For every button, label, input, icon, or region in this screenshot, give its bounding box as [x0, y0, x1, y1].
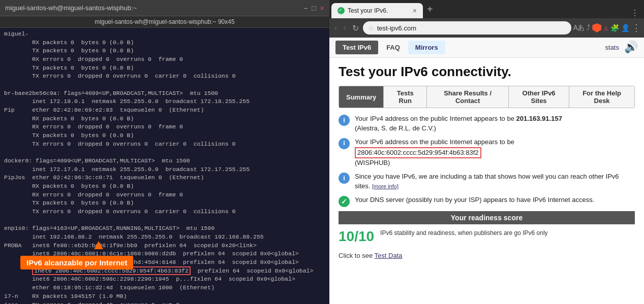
more-info-link[interactable]: [more info]: [372, 183, 398, 189]
readiness-section: Your readiness score 10/10 IPv6 stabilit…: [339, 211, 635, 249]
dns-info-text: Your DNS server (possibly run by your IS…: [355, 195, 594, 205]
terminal-panel: miguel-santos-wh@miguel-santos-wisphub:~…: [0, 0, 329, 304]
browser-panel: Test your IPv6. × + ⋮ ‹ › ↻ ☆ test-ipv6.…: [329, 0, 644, 304]
ipv6-annotation-label: IPv6 alcanzable por Internet: [20, 256, 133, 269]
terminal-body: miguel- RX packets 0 bytes 0 (0.0 B) TX …: [0, 28, 329, 304]
ipv6-address-highlighted: 2806:40c:6002:cccc:5d29:954f:4b63:83f2: [355, 147, 481, 159]
url-text: test-ipv6.com: [377, 24, 416, 32]
terminal-titlebar: miguel-santos-wh@miguel-santos-wisphub:~…: [0, 0, 329, 16]
page-content: Test your IPv6 connectivity. Summary Tes…: [329, 58, 644, 304]
ipv6-info-row: i Your IPv6 address on the public Intern…: [339, 138, 635, 168]
bookmark-icon: ☆: [368, 24, 374, 32]
tab-favicon: [338, 7, 345, 14]
terminal-title: miguel-santos-wh@miguel-santos-wisphub:~: [5, 4, 137, 12]
tab-tests-run[interactable]: Tests Run: [384, 86, 427, 108]
readiness-row: 10/10 IPv6 stability and readiness, when…: [339, 224, 635, 249]
brave-shield-icon[interactable]: [592, 23, 601, 32]
ipv4-info-text: Your IPv4 address on the public Internet…: [355, 114, 562, 133]
ipv6-tab-info-icon: i: [339, 173, 350, 184]
browser-navbar: ‹ › ↻ ☆ test-ipv6.com Aあ ⤴ ⚠ 🧩 👤 ⋮: [329, 18, 644, 38]
terminal-controls: − □ ×: [303, 4, 324, 12]
warning-icon: ⚠: [603, 23, 608, 33]
test-data-link[interactable]: Test Data: [375, 252, 403, 259]
extensions-icon[interactable]: 🧩: [610, 24, 619, 32]
ipv6-info-icon: i: [339, 138, 350, 149]
browser-settings-icon[interactable]: ⋮: [632, 22, 641, 33]
browser-menu-icon[interactable]: ⋮: [631, 8, 639, 18]
close-button[interactable]: ×: [320, 4, 324, 12]
ipv6-tab-info-text: Since you have IPv6, we are including a …: [355, 172, 635, 191]
result-tabs-bar: Summary Tests Run Share Results / Contac…: [339, 86, 635, 108]
readiness-header: Your readiness score: [339, 211, 635, 224]
site-nav: Test IPv6 FAQ Mirrors stats 🔊: [329, 38, 644, 58]
browser-tab-active[interactable]: Test your IPv6. ×: [331, 3, 423, 18]
tab-close-button[interactable]: ×: [413, 7, 417, 15]
score-value: 10/10: [339, 228, 374, 245]
readiness-description: IPv6 stability and readiness, when publi…: [380, 229, 548, 237]
dns-info-row: ✓ Your DNS server (possibly run by your …: [339, 195, 635, 207]
webpage: Test IPv6 FAQ Mirrors stats 🔊 Test your …: [329, 38, 644, 304]
page-translate-icon[interactable]: 🔊: [624, 41, 638, 54]
forward-button[interactable]: ›: [341, 23, 348, 32]
tab-help-desk[interactable]: For the Help Desk: [569, 86, 634, 108]
page-heading: Test your IPv6 connectivity.: [339, 64, 635, 80]
terminal-subtitle: miguel-santos-wh@miguel-santos-wisphub:~…: [0, 16, 329, 28]
ipv6-info-text: Your IPv6 address on the public Internet…: [355, 138, 514, 168]
translate-icon[interactable]: Aあ: [573, 23, 585, 32]
site-nav-stats[interactable]: stats: [605, 44, 619, 51]
tab-other-ipv6-sites[interactable]: Other IPv6 Sites: [509, 86, 569, 108]
readiness-score-display: 10/10: [339, 226, 374, 247]
tab-title: Test your IPv6.: [348, 7, 388, 14]
tab-summary[interactable]: Summary: [339, 86, 384, 108]
test-data-label: Click to see: [339, 252, 373, 259]
refresh-button[interactable]: ↻: [350, 23, 361, 33]
annotation-arrow: [94, 241, 103, 249]
ipv4-info-icon: i: [339, 115, 350, 126]
share-icon[interactable]: ⤴: [587, 24, 590, 32]
new-tab-button[interactable]: +: [423, 4, 437, 15]
ipv4-info-row: i Your IPv4 address on the public Intern…: [339, 114, 635, 133]
info-rows: i Your IPv4 address on the public Intern…: [339, 114, 635, 207]
site-nav-test-ipv6[interactable]: Test IPv6: [335, 41, 378, 54]
site-nav-mirrors[interactable]: Mirrors: [408, 41, 445, 54]
site-nav-faq[interactable]: FAQ: [379, 41, 407, 54]
tab-bar: Test your IPv6. × + ⋮: [329, 0, 644, 18]
ipv6-tab-info-row: i Since you have IPv6, we are including …: [339, 172, 635, 191]
minimize-button[interactable]: −: [303, 4, 308, 12]
nav-icons-right: Aあ ⤴ ⚠ 🧩 👤 ⋮: [573, 22, 641, 33]
browser-chrome: Test your IPv6. × + ⋮ ‹ › ↻ ☆ test-ipv6.…: [329, 0, 644, 38]
profile-icon[interactable]: 👤: [621, 24, 630, 32]
tab-share-results[interactable]: Share Results / Contact: [427, 86, 509, 108]
back-button[interactable]: ‹: [332, 23, 339, 32]
test-data-section: Click to see Test Data: [339, 252, 635, 259]
dns-info-icon: ✓: [339, 196, 350, 207]
address-bar[interactable]: ☆ test-ipv6.com: [363, 21, 571, 35]
maximize-button[interactable]: □: [312, 4, 316, 12]
